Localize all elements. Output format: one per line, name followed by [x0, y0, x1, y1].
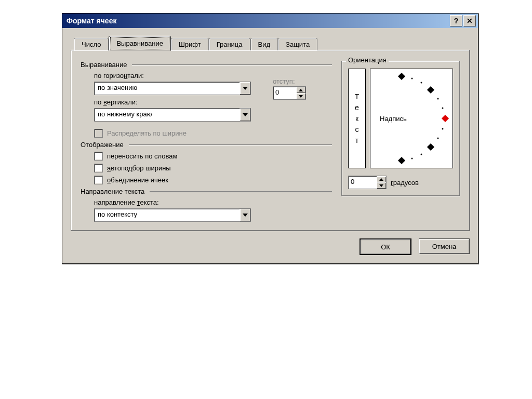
dial-dot[interactable]	[442, 128, 444, 130]
dial-dot[interactable]	[442, 108, 444, 109]
combo-vertical[interactable]: по нижнему краю	[94, 108, 251, 122]
group-display: Отображение	[81, 141, 127, 149]
tab-font[interactable]: Шрифт	[171, 38, 209, 50]
titlebar[interactable]: Формат ячеек ? ✕	[62, 14, 478, 28]
label-distribute: Распределять по ширине	[107, 129, 187, 137]
spinner-degrees-value: 0	[349, 176, 377, 189]
dial-dot[interactable]	[421, 154, 422, 155]
dial-marker-90[interactable]	[398, 73, 405, 80]
close-button[interactable]: ✕	[463, 15, 476, 26]
spinner-up-icon[interactable]	[296, 87, 305, 93]
dial-label: Надпись	[380, 115, 407, 123]
vertical-text-button[interactable]: Т е к с т	[348, 69, 366, 168]
tab-border[interactable]: Граница	[209, 38, 250, 50]
checkbox-shrink[interactable]	[94, 164, 103, 172]
spinner-indent[interactable]: 0	[273, 86, 306, 100]
label-degrees: градусов	[391, 179, 419, 187]
label-shrink: автоподбор ширины	[107, 164, 171, 172]
spinner-indent-value: 0	[273, 87, 296, 99]
spinner-down-icon[interactable]	[377, 182, 386, 189]
spinner-up-icon[interactable]	[377, 176, 386, 182]
combo-horizontal[interactable]: по значению	[94, 82, 251, 95]
label-merge: объединение ячеек	[107, 176, 168, 184]
orientation-frame: Ориентация Т е к с т Надпись	[341, 61, 460, 196]
chevron-down-icon[interactable]	[240, 209, 250, 221]
spinner-down-icon[interactable]	[296, 93, 305, 99]
chevron-down-icon[interactable]	[240, 82, 250, 95]
help-button[interactable]: ?	[450, 15, 462, 26]
tab-alignment[interactable]: Выравнивание	[109, 36, 170, 51]
svg-marker-0	[243, 87, 248, 90]
ok-button[interactable]: ОК	[360, 238, 411, 255]
label-textdir: направление текста:	[94, 198, 332, 206]
group-textdir: Направление текста	[81, 188, 148, 195]
dial-marker-0[interactable]	[442, 115, 449, 122]
label-indent: отступ:	[273, 77, 306, 85]
cancel-button[interactable]: Отмена	[419, 238, 470, 254]
svg-marker-4	[243, 214, 248, 217]
group-alignment: Выравнивание	[81, 61, 130, 69]
dial-marker-45[interactable]	[427, 86, 434, 94]
combo-textdir[interactable]: по контексту	[94, 208, 251, 222]
dial-marker--45[interactable]	[427, 143, 434, 151]
format-cells-dialog: Формат ячеек ? ✕ Число Выравнивание Шриф…	[62, 13, 478, 264]
dial-dot[interactable]	[411, 158, 413, 159]
orientation-dial[interactable]: Надпись	[370, 69, 453, 168]
tab-protection[interactable]: Защита	[278, 38, 317, 50]
chevron-down-icon[interactable]	[240, 109, 250, 121]
spinner-degrees[interactable]: 0	[348, 176, 387, 189]
combo-horizontal-value: по значению	[95, 82, 240, 95]
dialog-title: Формат ячеек	[66, 17, 449, 25]
checkbox-wrap[interactable]	[94, 152, 103, 161]
tab-number[interactable]: Число	[74, 38, 109, 50]
combo-textdir-value: по контексту	[95, 209, 240, 221]
tab-panel: Выравнивание по горизонтали: по значению…	[71, 50, 470, 231]
checkbox-merge[interactable]	[94, 176, 103, 184]
svg-marker-5	[379, 178, 383, 181]
svg-marker-1	[299, 89, 303, 91]
dial-dot[interactable]	[411, 78, 413, 79]
combo-vertical-value: по нижнему краю	[95, 109, 240, 121]
group-orientation: Ориентация	[346, 56, 389, 64]
tab-view[interactable]: Вид	[250, 38, 278, 50]
svg-marker-6	[379, 184, 383, 187]
tabstrip: Число Выравнивание Шрифт Граница Вид Защ…	[71, 35, 470, 50]
svg-marker-3	[243, 113, 248, 116]
dial-dot[interactable]	[437, 98, 439, 100]
svg-marker-2	[299, 95, 303, 98]
dial-dot[interactable]	[437, 138, 439, 139]
dial-marker--90[interactable]	[398, 157, 405, 164]
checkbox-distribute	[94, 129, 103, 138]
dial-dot[interactable]	[421, 82, 422, 84]
label-wrap: переносить по словам	[107, 152, 178, 160]
